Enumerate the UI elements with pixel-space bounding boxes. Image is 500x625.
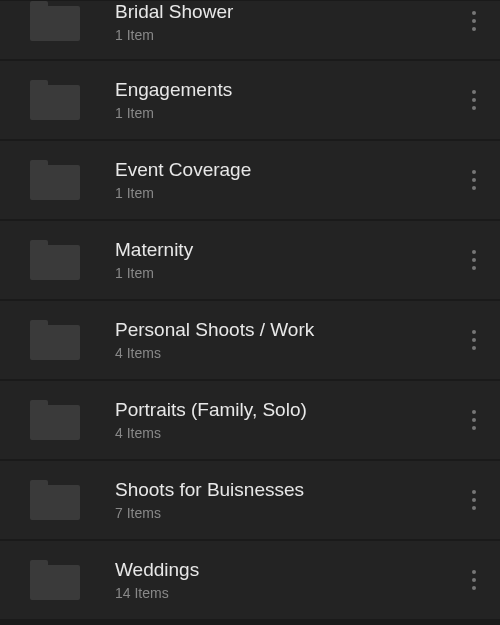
folder-item[interactable]: Shoots for Buisnesses 7 Items	[0, 460, 500, 540]
folder-icon	[30, 160, 80, 200]
more-options-icon[interactable]	[462, 480, 486, 520]
folder-info: Maternity 1 Item	[115, 239, 462, 281]
folder-title: Engagements	[115, 79, 462, 101]
more-options-icon[interactable]	[462, 160, 486, 200]
folder-item[interactable]: Bridal Shower 1 Item	[0, 0, 500, 60]
folder-count: 1 Item	[115, 265, 462, 281]
folder-item[interactable]: Maternity 1 Item	[0, 220, 500, 300]
folder-title: Maternity	[115, 239, 462, 261]
folder-item[interactable]: Weddings 14 Items	[0, 540, 500, 620]
folder-icon	[30, 320, 80, 360]
folder-info: Bridal Shower 1 Item	[115, 1, 462, 43]
folder-item[interactable]: Portraits (Family, Solo) 4 Items	[0, 380, 500, 460]
folder-info: Personal Shoots / Work 4 Items	[115, 319, 462, 361]
more-options-icon[interactable]	[462, 1, 486, 41]
folder-count: 14 Items	[115, 585, 462, 601]
more-options-icon[interactable]	[462, 80, 486, 120]
folder-icon	[30, 400, 80, 440]
folder-count: 1 Item	[115, 105, 462, 121]
folder-icon	[30, 1, 80, 41]
folder-count: 4 Items	[115, 425, 462, 441]
folder-count: 1 Item	[115, 185, 462, 201]
folder-info: Portraits (Family, Solo) 4 Items	[115, 399, 462, 441]
folder-title: Weddings	[115, 559, 462, 581]
folder-count: 4 Items	[115, 345, 462, 361]
folder-icon	[30, 560, 80, 600]
folder-title: Shoots for Buisnesses	[115, 479, 462, 501]
more-options-icon[interactable]	[462, 400, 486, 440]
folder-icon	[30, 80, 80, 120]
folder-item[interactable]: Personal Shoots / Work 4 Items	[0, 300, 500, 380]
folder-title: Event Coverage	[115, 159, 462, 181]
folder-icon	[30, 480, 80, 520]
folder-title: Portraits (Family, Solo)	[115, 399, 462, 421]
more-options-icon[interactable]	[462, 240, 486, 280]
folder-info: Weddings 14 Items	[115, 559, 462, 601]
folder-info: Event Coverage 1 Item	[115, 159, 462, 201]
more-options-icon[interactable]	[462, 560, 486, 600]
folder-title: Bridal Shower	[115, 1, 462, 23]
folder-info: Shoots for Buisnesses 7 Items	[115, 479, 462, 521]
more-options-icon[interactable]	[462, 320, 486, 360]
folder-title: Personal Shoots / Work	[115, 319, 462, 341]
folder-count: 1 Item	[115, 27, 462, 43]
folder-icon	[30, 240, 80, 280]
folder-info: Engagements 1 Item	[115, 79, 462, 121]
folder-item[interactable]: Engagements 1 Item	[0, 60, 500, 140]
folder-item[interactable]: Event Coverage 1 Item	[0, 140, 500, 220]
folder-list: Bridal Shower 1 Item Engagements 1 Item …	[0, 0, 500, 620]
folder-count: 7 Items	[115, 505, 462, 521]
